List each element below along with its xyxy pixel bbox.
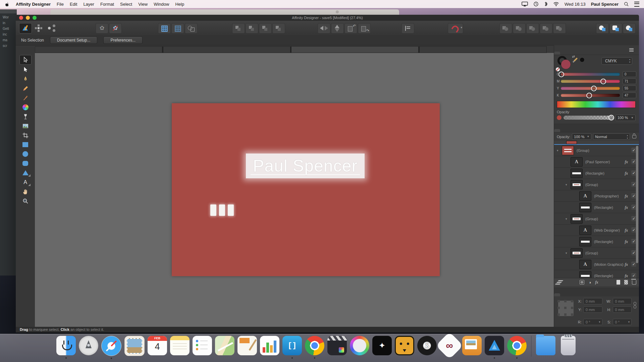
- menu-help[interactable]: Help: [175, 2, 184, 7]
- layers-stack-icon[interactable]: [556, 282, 562, 283]
- slider-value[interactable]: 0: [623, 71, 636, 77]
- numbers[interactable]: [260, 336, 279, 355]
- panel-tab[interactable]: [554, 293, 560, 296]
- motion[interactable]: [350, 336, 369, 355]
- title-object[interactable]: Paul Spencer: [246, 154, 365, 178]
- document-tab[interactable]: [419, 46, 547, 53]
- safari[interactable]: [101, 336, 121, 356]
- export-persona-icon[interactable]: [45, 23, 57, 33]
- chrome[interactable]: [305, 336, 324, 355]
- colour-spectrum-bar[interactable]: [557, 101, 636, 108]
- document-tab[interactable]: [291, 46, 419, 53]
- layer-row[interactable]: ▾ (Rectangle) fx ✓: [554, 202, 639, 213]
- layer-visibility-checkbox[interactable]: ✓: [631, 250, 636, 255]
- adjustment-layer-icon[interactable]: ◑: [588, 280, 591, 285]
- time-machine-icon[interactable]: [533, 1, 539, 7]
- move-to-back-icon[interactable]: [232, 23, 245, 34]
- slider-value[interactable]: 47: [623, 93, 636, 98]
- minimize-button[interactable]: [26, 16, 30, 20]
- menu-format[interactable]: Format: [100, 2, 114, 7]
- menubar-user[interactable]: Paul Spencer: [591, 2, 619, 7]
- mail[interactable]: [124, 336, 145, 356]
- label-object[interactable]: [228, 204, 234, 216]
- layers-opacity-dropdown[interactable]: 100 %▼: [572, 133, 591, 140]
- layer-visibility-checkbox[interactable]: ✓: [631, 216, 636, 221]
- panel-tab[interactable]: [560, 52, 566, 55]
- layer-visibility-checkbox[interactable]: ✓: [631, 239, 636, 244]
- slider-track[interactable]: [561, 87, 620, 90]
- slider-value[interactable]: 71: [623, 78, 636, 84]
- disclosure-triangle-icon[interactable]: ▾: [557, 149, 562, 152]
- close-button[interactable]: [19, 16, 23, 20]
- wifi-icon[interactable]: [553, 2, 559, 6]
- airplay-icon[interactable]: [522, 2, 528, 6]
- snap-grid-icon[interactable]: [158, 23, 171, 34]
- opacity-slider[interactable]: [564, 116, 613, 120]
- layer-visibility-checkbox[interactable]: ✓: [631, 171, 636, 176]
- document-setup-button[interactable]: Document Setup...: [50, 37, 97, 44]
- magnet-icon[interactable]: [448, 23, 463, 34]
- rounded-rectangle-tool[interactable]: [20, 159, 31, 168]
- move-tool[interactable]: [19, 55, 32, 65]
- layer-row[interactable]: ▾ (Rectangle) fx ✓: [554, 168, 639, 179]
- spiral-app[interactable]: S: [417, 336, 437, 355]
- layer-visibility-checkbox[interactable]: ✓: [631, 273, 636, 278]
- canvas-pasteboard[interactable]: Paul Spencer: [35, 53, 554, 327]
- reminders[interactable]: [193, 336, 212, 355]
- forward-one-icon[interactable]: [259, 23, 272, 34]
- document-tab[interactable]: [35, 46, 162, 53]
- brackets[interactable]: []: [282, 336, 302, 355]
- slider-knob[interactable]: [600, 78, 606, 84]
- transform-field-input[interactable]: 0 °: [583, 319, 602, 325]
- panel-tab[interactable]: [560, 129, 566, 132]
- flip-vertical-icon[interactable]: [331, 23, 344, 34]
- separator[interactable]: [531, 336, 532, 357]
- spotlight-search-icon[interactable]: [624, 2, 629, 7]
- panel-tab[interactable]: [566, 129, 572, 132]
- launchpad[interactable]: [79, 336, 98, 355]
- rotate-ccw-icon[interactable]: [344, 23, 357, 34]
- panel-tab[interactable]: [554, 129, 560, 132]
- slider-track[interactable]: [561, 73, 620, 76]
- picked-colour-swatch[interactable]: [580, 57, 585, 62]
- layer-visibility-checkbox[interactable]: ✓: [631, 148, 636, 153]
- layers-scrollbar[interactable]: [636, 146, 638, 263]
- ellipse-tool[interactable]: [20, 149, 31, 159]
- transform-field-input[interactable]: 0 mm: [583, 306, 602, 313]
- triangle-tool[interactable]: [20, 168, 31, 177]
- layer-visibility-checkbox[interactable]: ✓: [631, 182, 636, 187]
- layer-row[interactable]: ▾ (Group) fx ✓: [554, 213, 639, 225]
- layer-row[interactable]: ▾ (Rectangle) fx ✓: [554, 236, 639, 247]
- anchor-point-selector[interactable]: [558, 301, 574, 316]
- pen-tool[interactable]: [20, 74, 31, 83]
- constrain-link-icon[interactable]: [634, 302, 636, 308]
- layer-visibility-checkbox[interactable]: ✓: [631, 205, 636, 210]
- pages[interactable]: [237, 336, 257, 355]
- cheetah3d[interactable]: [395, 336, 414, 355]
- fill-stroke-selector[interactable]: ⇄: [557, 56, 572, 70]
- node-tool[interactable]: [20, 65, 31, 74]
- to-curves-icon[interactable]: [596, 23, 609, 34]
- zoom-button[interactable]: [33, 16, 37, 20]
- swap-colours-icon[interactable]: ⇄: [572, 55, 575, 58]
- menu-window[interactable]: Window: [154, 2, 169, 7]
- calendar[interactable]: FEB 4: [148, 336, 167, 355]
- slider-value[interactable]: 55: [623, 85, 636, 91]
- maps[interactable]: [215, 336, 234, 355]
- fill-swatch[interactable]: [561, 59, 571, 69]
- boolean-combine-icon[interactable]: [553, 23, 566, 34]
- colour-model-select[interactable]: CMYK ▴▾: [601, 57, 632, 65]
- layer-row[interactable]: ▾ (Group) fx ✓: [554, 145, 639, 156]
- label-object[interactable]: [219, 204, 225, 216]
- vector-persona-icon[interactable]: [19, 23, 32, 34]
- menu-app-name[interactable]: Affinity Designer: [16, 2, 51, 7]
- window-titlebar[interactable]: Affinity Designer - save5 [Modified] (27…: [16, 15, 639, 21]
- notes[interactable]: [170, 336, 190, 355]
- layer-row[interactable]: ▾ (Web Designer) fx ✓: [554, 225, 639, 236]
- insert-inside-icon[interactable]: [96, 23, 108, 34]
- bluetooth-icon[interactable]: [544, 1, 548, 7]
- boolean-subtract-icon[interactable]: [513, 23, 526, 34]
- opacity-knob[interactable]: [608, 115, 614, 121]
- pencil-tool[interactable]: [20, 84, 31, 93]
- layer-row[interactable]: ▾ (Photographer) fx ✓: [554, 190, 639, 202]
